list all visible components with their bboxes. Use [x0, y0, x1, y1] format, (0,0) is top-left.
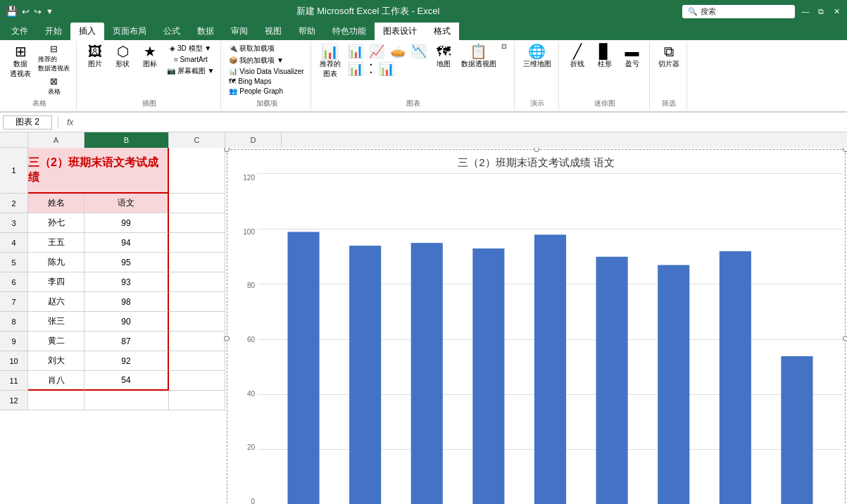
my-addins-btn[interactable]: 📦 我的加载项 ▼: [227, 55, 285, 66]
charts-expand-btn[interactable]: ⊡: [501, 43, 510, 50]
cell-b9[interactable]: 87: [84, 332, 169, 351]
col-header-d[interactable]: D: [225, 132, 282, 148]
row-header-12[interactable]: 12: [0, 391, 28, 410]
cell-a6[interactable]: 李四: [28, 272, 84, 292]
chart-bar-黄二[interactable]: [658, 265, 689, 504]
fx-button[interactable]: fx: [64, 118, 76, 127]
close-btn[interactable]: ✕: [832, 6, 841, 16]
tab-insert[interactable]: 插入: [70, 23, 104, 40]
tab-special[interactable]: 特色功能: [324, 23, 375, 40]
cell-a1-b1-title[interactable]: 三（2）班期末语文考试成绩: [28, 148, 169, 194]
slicer-btn[interactable]: ⧉ 切片器: [655, 43, 682, 70]
shapes-btn[interactable]: ⬡ 形状: [110, 43, 135, 70]
cell-a2[interactable]: 姓名: [28, 194, 84, 213]
cell-a8[interactable]: 张三: [28, 312, 84, 332]
cell-a4[interactable]: 王五: [28, 233, 84, 253]
sparkline-winloss-btn[interactable]: ▬ 盈亏: [620, 43, 645, 70]
cell-b7[interactable]: 98: [84, 292, 169, 312]
column-chart-btn[interactable]: 📊: [346, 43, 365, 60]
chart-bar-陈九[interactable]: [411, 243, 443, 504]
row-header-4[interactable]: 4: [0, 233, 28, 253]
minimize-btn[interactable]: —: [801, 6, 810, 16]
col-header-a[interactable]: A: [28, 132, 84, 148]
pivot-chart-btn[interactable]: 📋 数据透视图: [458, 43, 499, 70]
cell-a7[interactable]: 赵六: [28, 292, 84, 312]
tab-data[interactable]: 数据: [189, 23, 222, 40]
map-btn[interactable]: 🗺 地图: [431, 43, 456, 70]
cell-a11[interactable]: 肖八: [28, 371, 84, 391]
chart-bar-孙七[interactable]: [287, 232, 319, 504]
pictures-btn[interactable]: 🖼 图片: [82, 43, 108, 70]
waterfall-btn[interactable]: 📊: [377, 61, 396, 77]
cell-a12[interactable]: [28, 391, 84, 410]
tab-chart-design[interactable]: 图表设计: [375, 23, 425, 40]
cell-b4[interactable]: 94: [84, 233, 169, 253]
3d-map-btn[interactable]: 🌐 三维地图: [520, 43, 554, 70]
cell-a9[interactable]: 黄二: [28, 332, 84, 351]
handle-tr[interactable]: [843, 148, 847, 152]
chart-bar-王五[interactable]: [349, 246, 381, 504]
pivot-table-btn[interactable]: ⊞ 数据透视表: [7, 43, 34, 80]
tab-formulas[interactable]: 公式: [155, 23, 189, 40]
tab-format[interactable]: 格式: [425, 23, 459, 40]
cell-b6[interactable]: 93: [84, 272, 169, 292]
col-header-c[interactable]: C: [169, 132, 225, 148]
sparkline-column-btn[interactable]: ▊ 柱形: [592, 43, 617, 70]
tab-page-layout[interactable]: 页面布局: [104, 23, 155, 40]
cell-b12[interactable]: [84, 391, 169, 410]
cell-b3[interactable]: 99: [84, 213, 169, 233]
tab-help[interactable]: 帮助: [290, 23, 324, 40]
restore-btn[interactable]: ⧉: [816, 6, 826, 16]
row-header-6[interactable]: 6: [0, 272, 28, 292]
customize-icon[interactable]: ▼: [46, 7, 54, 15]
row-header-11[interactable]: 11: [0, 371, 28, 391]
sparkline-line-btn[interactable]: ╱ 折线: [565, 43, 590, 70]
name-box[interactable]: [3, 115, 52, 130]
area-chart-btn[interactable]: 📊: [346, 61, 365, 77]
chart-bar-李四[interactable]: [472, 248, 504, 504]
chart-bar-赵六[interactable]: [534, 234, 566, 504]
screenshot-btn[interactable]: 📷 屏幕截图 ▼: [165, 65, 216, 77]
col-header-b[interactable]: B: [84, 132, 169, 148]
pie-chart-btn[interactable]: 🥧: [388, 43, 408, 60]
save-icon[interactable]: 💾: [6, 6, 18, 17]
tab-home[interactable]: 开始: [37, 23, 70, 40]
3d-model-btn[interactable]: ◈ 3D 模型 ▼: [165, 43, 216, 54]
tab-view[interactable]: 视图: [256, 23, 290, 40]
formula-input[interactable]: [79, 118, 844, 127]
chart-bar-肖八[interactable]: [781, 356, 813, 504]
row-header-10[interactable]: 10: [0, 351, 28, 371]
cell-b5[interactable]: 95: [84, 253, 169, 272]
row-header-9[interactable]: 9: [0, 332, 28, 351]
row-header-8[interactable]: 8: [0, 312, 28, 332]
row-header-1[interactable]: 1: [0, 148, 28, 194]
handle-ml[interactable]: [224, 336, 230, 341]
smartart-btn[interactable]: ⌗ SmartArt: [165, 55, 216, 65]
row-header-5[interactable]: 5: [0, 253, 28, 272]
search-box[interactable]: 🔍 搜索: [682, 5, 795, 18]
handle-mr[interactable]: [843, 336, 847, 341]
tab-review[interactable]: 审阅: [222, 23, 256, 40]
recommended-charts-btn[interactable]: 📊 推荐的图表: [317, 43, 344, 80]
chart-bar-张三[interactable]: [596, 257, 628, 504]
redo-icon[interactable]: ↪: [34, 6, 42, 17]
cell-b8[interactable]: 90: [84, 312, 169, 332]
cell-a3[interactable]: 孙七: [28, 213, 84, 233]
recommended-pivot-btn[interactable]: ⊟ 推荐的数据透视表: [36, 43, 72, 74]
line-chart-btn[interactable]: 📈: [367, 43, 387, 60]
chart-area[interactable]: 三（2）班期末语文考试成绩 语文 120 100 80 60 40 20 0: [227, 149, 846, 504]
row-header-3[interactable]: 3: [0, 213, 28, 233]
row-header-2[interactable]: 2: [0, 194, 28, 213]
bar-chart-btn[interactable]: 📉: [409, 43, 429, 60]
undo-icon[interactable]: ↩: [22, 6, 30, 17]
row-header-7[interactable]: 7: [0, 292, 28, 312]
cell-b11[interactable]: 54: [84, 371, 169, 391]
icons-btn[interactable]: ★ 图标: [137, 43, 163, 70]
table-btn[interactable]: ⊠ 表格: [36, 75, 72, 97]
bing-maps-btn[interactable]: 🗺 Bing Maps: [227, 77, 273, 86]
cell-a5[interactable]: 陈九: [28, 253, 84, 272]
cell-b2[interactable]: 语文: [84, 194, 169, 213]
cell-a10[interactable]: 刘大: [28, 351, 84, 371]
get-addins-btn[interactable]: 🔌 获取加载项: [227, 43, 277, 54]
scatter-chart-btn[interactable]: ⁚: [367, 61, 375, 77]
